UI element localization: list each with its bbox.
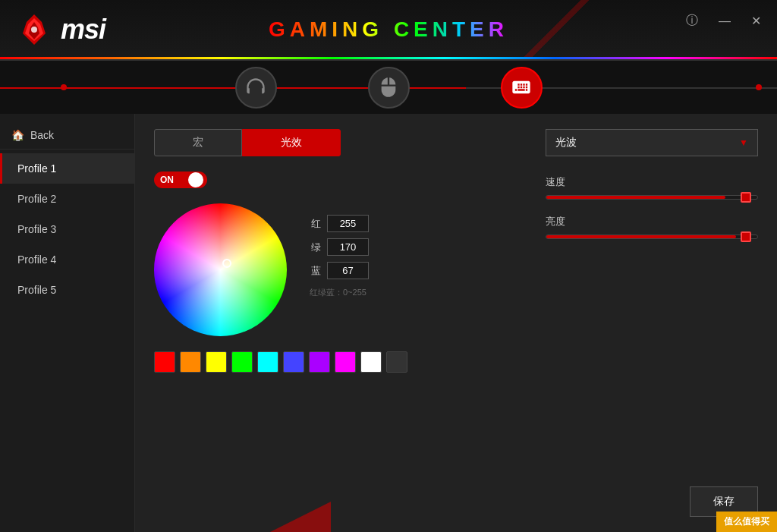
sidebar-item-profile3[interactable]: Profile 3 [0,214,134,244]
speed-label: 速度 [546,175,758,189]
wheel-cursor [222,259,231,268]
minimize-button[interactable]: — [714,13,735,30]
brand-name: msi [61,14,105,46]
speed-fill [546,196,725,199]
toggle-circle [188,172,203,187]
profile3-label: Profile 3 [17,223,56,235]
green-input[interactable] [327,238,369,256]
green-row: 绿 [310,238,369,256]
swatch-purple[interactable] [309,351,330,373]
deco-shape [270,502,331,532]
sidebar-item-profile4[interactable]: Profile 4 [0,244,134,275]
brightness-slider-section: 亮度 [546,215,758,239]
msi-dragon-icon [15,11,53,49]
sidebar: 🏠 Back Profile 1 Profile 2 Profile 3 Pro… [0,114,135,532]
speed-slider-section: 速度 [546,175,758,200]
tab-macro[interactable]: 宏 [154,129,242,156]
device-dot-right [756,84,762,90]
swatch-yellow[interactable] [206,351,227,373]
brightness-fill [546,235,736,238]
swatch-orange[interactable] [180,351,201,373]
effect-dropdown[interactable]: 光波 ▼ [546,129,758,156]
profile5-label: Profile 5 [17,284,56,296]
device-bar [0,61,777,114]
dropdown-arrow-icon: ▼ [739,137,748,148]
right-panel: 光波 ▼ 速度 亮度 [546,129,758,254]
bottom-decoration [270,502,422,532]
main-layout: 🏠 Back Profile 1 Profile 2 Profile 3 Pro… [0,114,777,532]
color-wheel[interactable] [154,203,287,336]
sidebar-item-profile1[interactable]: Profile 1 [0,153,134,184]
swatch-blue[interactable] [283,351,304,373]
power-toggle[interactable]: ON [154,172,207,188]
color-range-hint: 红绿蓝：0~255 [310,287,369,298]
red-row: 红 [310,215,369,232]
red-label: 红 [310,217,321,231]
keyboard-icon [511,77,532,98]
header-decoration [511,0,625,59]
brightness-track[interactable] [546,235,758,239]
swatch-dark[interactable] [386,351,407,373]
green-label: 绿 [310,241,321,254]
blue-row: 蓝 [310,262,369,279]
device-dot-left [61,84,67,90]
sidebar-item-profile5[interactable]: Profile 5 [0,275,134,305]
blue-input[interactable] [327,262,369,279]
brightness-label: 亮度 [546,215,758,228]
speed-track[interactable] [546,195,758,200]
speed-thumb[interactable] [741,192,751,203]
color-inputs: 红 绿 蓝 红绿蓝：0~255 [310,215,369,298]
swatch-green[interactable] [231,351,253,373]
swatch-red[interactable] [154,351,175,373]
profile2-label: Profile 2 [17,193,56,205]
device-tab-keyboard[interactable] [501,67,543,109]
tab-lighting[interactable]: 光效 [242,129,341,156]
brightness-thumb[interactable] [741,231,751,242]
sidebar-item-profile2[interactable]: Profile 2 [0,184,134,214]
mouse-icon [378,77,399,98]
tab-bar: 宏 光效 [154,129,397,156]
svg-point-3 [31,27,37,33]
color-swatches [154,351,758,373]
info-button[interactable]: ⓘ [681,11,703,30]
swatch-white[interactable] [360,351,382,373]
profile1-label: Profile 1 [17,162,56,175]
watermark: 值么值得买 [716,512,777,532]
content-area: 宏 光效 ON 红 [135,114,777,532]
color-wheel-container [154,203,287,336]
app-title: GAMING CENTER [269,17,508,42]
profile4-label: Profile 4 [17,253,56,266]
device-tab-mouse[interactable] [368,67,410,109]
headset-icon [245,77,266,98]
red-input[interactable] [327,215,369,232]
close-button[interactable]: ✕ [747,12,766,30]
back-button[interactable]: 🏠 Back [0,121,134,150]
device-tab-headset[interactable] [235,67,277,109]
effect-selected: 光波 [555,136,577,150]
home-icon: 🏠 [11,129,24,141]
swatch-magenta[interactable] [335,351,356,373]
blue-label: 蓝 [310,264,321,278]
swatch-cyan[interactable] [257,351,278,373]
back-label: Back [30,129,54,141]
toggle-label: ON [160,175,174,185]
window-controls: ⓘ — ✕ [681,11,766,30]
logo-area: msi [15,11,105,49]
header: msi GAMING CENTER ⓘ — ✕ [0,0,777,61]
